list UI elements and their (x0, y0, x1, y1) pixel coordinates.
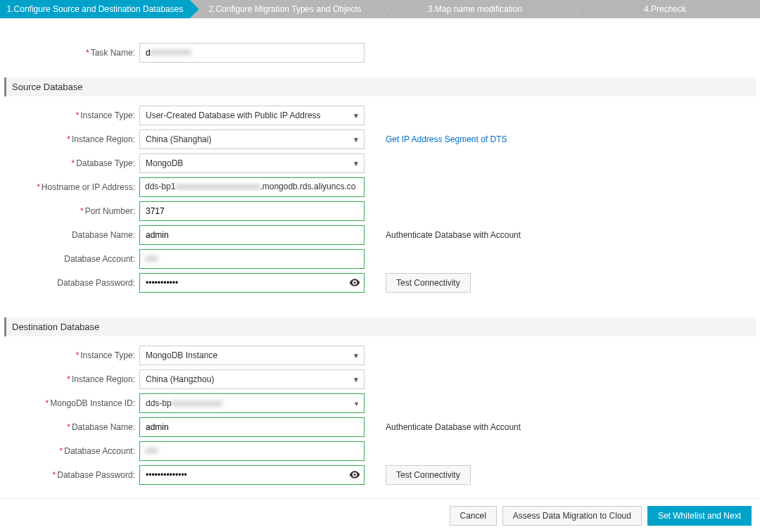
chevron-down-icon: ▼ (353, 136, 360, 144)
src-dbaccount-label: Database Account: (4, 254, 139, 264)
src-database-type-select[interactable]: MongoDB ▼ (139, 153, 365, 173)
svg-point-1 (353, 474, 355, 476)
svg-point-0 (353, 281, 355, 284)
dest-instance-type-select[interactable]: MongoDB Instance ▼ (139, 346, 365, 365)
dest-dbname-input[interactable] (139, 417, 365, 437)
dest-mongo-id-label: *MongoDB Instance ID: (4, 398, 139, 408)
src-dbaccount-input[interactable] (139, 249, 365, 269)
dest-instance-region-select[interactable]: China (Hangzhou) ▼ (139, 369, 365, 389)
task-name-input[interactable] (139, 43, 365, 63)
src-port-input[interactable] (139, 201, 365, 221)
step-2[interactable]: 2.Configure Migration Types and Objects (190, 0, 380, 18)
step-4[interactable]: 4.Precheck (570, 0, 760, 18)
src-dbpassword-label: Database Password: (4, 278, 139, 288)
chevron-down-icon: ▼ (353, 352, 360, 360)
src-database-type-label: *Database Type: (4, 158, 139, 168)
src-dbpassword-input[interactable] (139, 273, 365, 293)
chevron-down-icon: ▼ (353, 112, 360, 120)
wizard-steps: 1.Configure Source and Destination Datab… (0, 0, 760, 18)
dest-dbname-label: *Database Name: (4, 422, 139, 432)
src-instance-region-select[interactable]: China (Shanghai) ▼ (139, 129, 365, 149)
src-dbname-input[interactable] (139, 225, 365, 245)
source-db-section-title: Source Database (4, 77, 756, 96)
src-test-connectivity-button[interactable]: Test Connectivity (386, 273, 471, 293)
caret-down-icon: ▾ (355, 400, 358, 407)
dest-dbname-hint: Authenticate Database with Account (386, 422, 521, 432)
footer-actions: Cancel Assess Data Migration to Cloud Se… (0, 498, 760, 532)
chevron-down-icon: ▼ (353, 376, 360, 384)
dest-instance-type-label: *Instance Type: (4, 350, 139, 360)
src-dbname-hint: Authenticate Database with Account (386, 230, 521, 240)
src-instance-region-label: *Instance Region: (4, 134, 139, 144)
assess-migration-button[interactable]: Assess Data Migration to Cloud (502, 506, 642, 526)
src-instance-type-select[interactable]: User-Created Database with Public IP Add… (139, 106, 365, 125)
dest-dbaccount-label: *Database Account: (4, 446, 139, 456)
src-port-label: *Port Number: (4, 206, 139, 216)
cancel-button[interactable]: Cancel (450, 506, 497, 526)
src-dbname-label: Database Name: (4, 230, 139, 240)
eye-icon[interactable] (349, 469, 360, 481)
set-whitelist-next-button[interactable]: Set Whitelist and Next (647, 506, 752, 526)
dest-dbpassword-label: *Database Password: (4, 470, 139, 480)
src-hostip-input[interactable] (139, 177, 365, 197)
eye-icon[interactable] (349, 277, 360, 289)
dest-db-section-title: Destination Database (4, 317, 756, 336)
src-hostip-label: *Hostname or IP Address: (4, 182, 139, 192)
dest-test-connectivity-button[interactable]: Test Connectivity (386, 465, 471, 485)
dest-dbpassword-input[interactable] (139, 465, 365, 485)
src-instance-type-label: *Instance Type: (4, 110, 139, 120)
get-ip-segment-link[interactable]: Get IP Address Segment of DTS (386, 134, 507, 144)
task-name-label: *Task Name: (4, 48, 139, 58)
dest-dbaccount-input[interactable] (139, 441, 365, 461)
step-3[interactable]: 3.Map name modification (380, 0, 570, 18)
dest-instance-region-label: *Instance Region: (4, 374, 139, 384)
chevron-down-icon: ▼ (353, 160, 360, 167)
step-1[interactable]: 1.Configure Source and Destination Datab… (0, 0, 190, 18)
dest-mongo-id-combo[interactable]: dds-bpxxxxxxxxxxxx ▾ (139, 393, 365, 413)
